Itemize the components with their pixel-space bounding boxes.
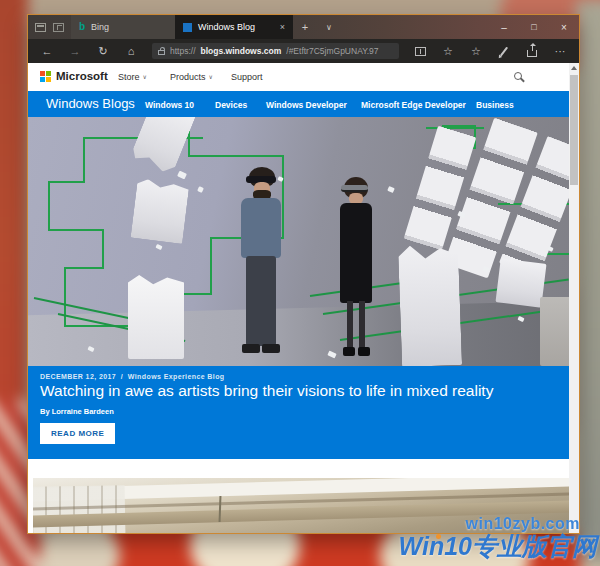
menu-label: Store [118,72,140,82]
microsoft-logo-icon[interactable] [40,71,51,82]
green-line [83,137,85,183]
url-host: blogs.windows.com [201,46,282,56]
share-icon [527,50,537,57]
featured-post-banner: DECEMBER 12, 2017 / Windows Experience B… [28,366,579,459]
hero-image[interactable] [28,117,579,366]
watermark-orange-dot [436,534,441,539]
menu-item-support[interactable]: Support [231,72,263,82]
pillar-shape [398,244,462,366]
titlebar-drag-area [341,15,489,39]
logo-square-yellow [46,77,51,82]
address-bar[interactable]: https://blogs.windows.com/#Etftr7C5jmGpU… [152,43,399,59]
post-date: DECEMBER 12, 2017 [40,373,116,380]
restore-tabs-icon[interactable] [53,23,64,32]
scrollbar-thumb[interactable] [570,75,578,185]
tab-bar: b Bing Windows Blog × + ∨ – □ × [28,15,579,39]
post-title[interactable]: Watching in awe as artists bring their v… [40,382,549,400]
pedestal-shape [128,275,184,359]
page-content: Microsoft Store∨ Products∨ Support Windo… [28,63,579,533]
logo-square-blue [40,77,45,82]
green-line [64,267,104,269]
pillar-shape [129,117,196,175]
page-scrollbar[interactable] [569,63,579,533]
url-path: /#Etftr7C5jmGpUNAY.97 [286,46,378,56]
post-category[interactable]: Windows Experience Blog [128,373,225,380]
person-silhouette-man [234,167,288,359]
content-gap [28,459,579,478]
pen-icon [500,46,508,56]
scrollbar-up-arrow[interactable] [569,63,579,73]
tab-bing[interactable]: b Bing [71,15,175,39]
woman-shoe [343,347,355,356]
nav-item-business[interactable]: Business [476,100,514,110]
minimize-button[interactable]: – [489,15,519,39]
debris [387,186,395,193]
green-line [188,155,284,157]
tab-label: Bing [91,22,109,32]
maximize-button[interactable]: □ [519,15,549,39]
nav-item-devices[interactable]: Devices [215,100,247,110]
more-options-button[interactable]: ··· [547,41,573,61]
post-byline: By Lorraine Bardeen [40,407,114,416]
menu-label: Products [170,72,206,82]
man-shirt [241,198,281,258]
nav-item-windows-10[interactable]: Windows 10 [145,100,194,110]
home-button[interactable]: ⌂ [118,41,144,61]
add-favorite-button[interactable]: ☆ [435,41,461,61]
tab-preview-chevron[interactable]: ∨ [317,15,341,39]
nav-item-windows-developer[interactable]: Windows Developer [266,100,347,110]
refresh-button[interactable]: ↻ [90,41,116,61]
navigation-toolbar: ← → ↻ ⌂ https://blogs.windows.com/#Etftr… [28,39,579,63]
bing-favicon: b [79,22,85,32]
watermark-text: Win10专业版官网 [399,532,597,560]
set-tabs-aside-icon[interactable] [35,23,46,32]
post-meta: DECEMBER 12, 2017 / Windows Experience B… [40,373,224,380]
reading-view-icon [415,47,426,56]
green-line [102,229,104,269]
hub-button[interactable]: ☆ [463,41,489,61]
watermark-site-name: Win10专业版官网 [399,530,597,563]
microsoft-brand[interactable]: Microsoft [56,70,108,82]
window-controls: – □ × [489,15,579,39]
windows-blogs-brand[interactable]: Windows Blogs [46,96,135,111]
chevron-down-icon: ∨ [209,74,213,80]
windows-blogs-nav: Windows Blogs Windows 10 Devices Windows… [28,91,579,117]
windows-blog-favicon [183,23,192,32]
menu-item-products[interactable]: Products∨ [170,72,213,82]
logo-square-green [46,71,51,76]
back-button[interactable]: ← [34,41,60,61]
man-shoe [242,344,260,353]
green-line [64,267,66,327]
forward-button[interactable]: → [62,41,88,61]
woman-dress [340,203,372,303]
green-line [210,237,212,295]
new-tab-button[interactable]: + [293,15,317,39]
reading-view-button[interactable] [407,41,433,61]
debris [155,244,162,250]
search-icon[interactable] [514,72,522,80]
close-tab-icon[interactable]: × [280,23,285,32]
tab-tools [28,15,71,39]
microsoft-header: Microsoft Store∨ Products∨ Support [28,63,579,91]
close-button[interactable]: × [549,15,579,39]
menu-label: Support [231,72,263,82]
edge-browser-window: b Bing Windows Blog × + ∨ – □ × ← → ↻ ⌂ … [27,14,580,534]
woman-shoe [358,347,370,356]
nav-item-edge-developer[interactable]: Microsoft Edge Developer [361,100,466,110]
tab-label: Windows Blog [198,22,255,32]
chevron-down-icon: ∨ [143,74,147,80]
logo-square-red [40,71,45,76]
person-silhouette-woman [331,177,383,366]
menu-item-store[interactable]: Store∨ [118,72,147,82]
green-line [48,181,50,231]
meta-separator: / [121,373,123,380]
green-line [48,181,85,183]
share-button[interactable] [519,41,545,61]
read-more-button[interactable]: READ MORE [40,423,115,444]
woman-leg [359,301,365,349]
web-note-button[interactable] [491,41,517,61]
debris [177,171,187,180]
woman-leg [347,301,353,349]
tab-windows-blog[interactable]: Windows Blog × [175,15,293,39]
hololens-headset-icon [341,185,368,192]
